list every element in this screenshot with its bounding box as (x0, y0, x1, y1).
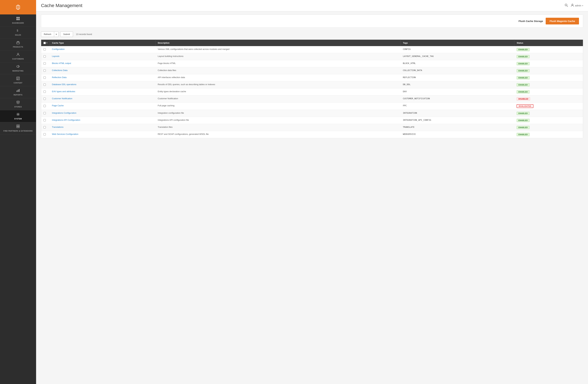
refresh-button[interactable]: Refresh (41, 32, 54, 37)
status-badge: ENABLED (517, 126, 530, 129)
row-checkbox-cell (41, 60, 50, 67)
cache-type-description: Integrations API configuration file (155, 117, 400, 124)
cache-type-name[interactable]: Web Services Configuration (50, 131, 156, 138)
cache-table: ▾ Cache Type Description Tags Status Con… (41, 40, 583, 138)
sidebar-item-dashboard[interactable]: DASHBOARD (0, 14, 36, 26)
search-icon[interactable] (565, 3, 568, 8)
svg-text:$: $ (17, 29, 18, 32)
cache-type-name[interactable]: Blocks HTML output (50, 60, 156, 67)
svg-rect-4 (18, 19, 20, 20)
select-all-checkbox[interactable] (43, 42, 46, 44)
flush-bar: Flush Cache Storage Flush Magento Cache (41, 15, 583, 28)
status-badge: ENABLED (517, 69, 530, 72)
table-row: Page CacheFull page cachingFPCINVALIDATE… (41, 102, 583, 110)
cache-type-name[interactable]: Configuration (50, 46, 156, 53)
refresh-dropdown-button[interactable]: ▾ (54, 32, 58, 37)
cache-type-status-cell: ENABLED (514, 60, 583, 67)
logo[interactable] (0, 0, 36, 14)
row-checkbox-cell (41, 102, 50, 110)
row-checkbox[interactable] (43, 133, 46, 136)
cache-type-status-cell: ENABLED (514, 88, 583, 96)
refresh-button-group: Refresh ▾ (41, 32, 59, 37)
cache-type-name[interactable]: Reflection Data (50, 74, 156, 81)
row-checkbox-cell (41, 110, 50, 117)
row-checkbox[interactable] (43, 55, 46, 58)
cache-type-description: Page blocks HTML (155, 60, 400, 67)
sidebar-item-label-products: PRODUCTS (13, 46, 23, 48)
svg-point-18 (18, 114, 19, 115)
cache-type-name[interactable]: Collections Data (50, 67, 156, 74)
sidebar-item-products[interactable]: PRODUCTS (0, 38, 36, 50)
content-icon (16, 77, 20, 81)
flush-magento-cache-button[interactable]: Flush Magento Cache (546, 18, 579, 24)
row-checkbox-cell (41, 67, 50, 74)
sidebar-item-marketing[interactable]: MARKETING (0, 62, 36, 74)
row-checkbox-cell (41, 46, 50, 53)
sidebar-item-stores[interactable]: STORES (0, 98, 36, 110)
select-all-chevron-icon[interactable]: ▾ (46, 42, 47, 44)
cache-type-tags: WEBSERVICE (401, 131, 514, 138)
dashboard-icon (16, 17, 20, 21)
sidebar: DASHBOARD $ SALES PRODUCTS (0, 0, 36, 384)
cache-type-name[interactable]: Database DDL operations (50, 81, 156, 88)
row-checkbox[interactable] (43, 112, 46, 114)
svg-rect-3 (16, 19, 18, 20)
row-checkbox-cell (41, 81, 50, 88)
table-row: Integrations ConfigurationIntegration co… (41, 110, 583, 117)
status-badge: ENABLED (517, 76, 530, 79)
svg-rect-19 (17, 125, 18, 126)
marketing-icon (16, 65, 20, 69)
svg-rect-11 (17, 78, 19, 78)
sidebar-item-sales[interactable]: $ SALES (0, 26, 36, 38)
cache-type-tags: COLLECTION_DATA (401, 67, 514, 74)
sidebar-item-content[interactable]: CONTENT (0, 74, 36, 86)
cache-type-name[interactable]: Layouts (50, 53, 156, 60)
sidebar-item-find-partners[interactable]: FIND PARTNERS & EXTENSIONS (0, 122, 36, 135)
sidebar-item-system[interactable]: SYSTEM (0, 110, 36, 122)
table-header-status: Status (514, 40, 583, 46)
stores-icon (16, 101, 20, 105)
flush-cache-storage-button[interactable]: Flush Cache Storage (519, 20, 543, 22)
cache-type-name[interactable]: Page Cache (50, 102, 156, 110)
svg-point-8 (17, 53, 19, 55)
table-row: Database DDL operationsResults of DDL qu… (41, 81, 583, 88)
row-checkbox[interactable] (43, 126, 46, 128)
cache-type-status-cell: ENABLED (514, 131, 583, 138)
submit-button[interactable]: Submit (60, 32, 73, 37)
status-badge: ENABLED (517, 48, 530, 51)
cache-type-status-cell: ENABLED (514, 117, 583, 124)
cache-type-description: Results of DDL queries, such as describi… (155, 81, 400, 88)
sidebar-item-label-dashboard: DASHBOARD (12, 22, 24, 24)
reports-icon (16, 89, 20, 93)
row-checkbox[interactable] (43, 83, 46, 86)
cache-type-name[interactable]: Customer Notification (50, 96, 156, 102)
sidebar-item-customers[interactable]: CUSTOMERS (0, 50, 36, 62)
cache-type-name[interactable]: Translations (50, 124, 156, 131)
status-badge: ENABLED (517, 119, 530, 122)
sidebar-item-label-content: CONTENT (14, 82, 22, 84)
customers-icon (16, 53, 20, 57)
cache-type-status-cell: DISABLED (514, 96, 583, 102)
cache-type-name[interactable]: Integrations API Configuration (50, 117, 156, 124)
row-checkbox[interactable] (43, 105, 46, 107)
cache-type-description: Collection data files (155, 67, 400, 74)
svg-point-25 (572, 4, 573, 5)
status-badge: ENABLED (517, 62, 530, 65)
row-checkbox[interactable] (43, 77, 46, 79)
row-checkbox[interactable] (43, 91, 46, 93)
table-row: TranslationsTranslation filesTRANSLATEEN… (41, 124, 583, 131)
cache-type-name[interactable]: EAV types and attributes (50, 88, 156, 96)
row-checkbox[interactable] (43, 62, 46, 65)
row-checkbox-cell (41, 131, 50, 138)
cache-type-description: Translation files (155, 124, 400, 131)
cache-type-name[interactable]: Integrations Configuration (50, 110, 156, 117)
sidebar-item-reports[interactable]: REPORTS (0, 86, 36, 98)
user-menu[interactable]: admin ▾ (571, 4, 583, 8)
status-badge: ENABLED (517, 55, 530, 58)
status-badge: INVALIDATED (517, 104, 533, 108)
row-checkbox[interactable] (43, 119, 46, 121)
row-checkbox[interactable] (43, 98, 46, 100)
row-checkbox[interactable] (43, 69, 46, 72)
row-checkbox[interactable] (43, 48, 46, 51)
cache-type-description: Customer Notification (155, 96, 400, 102)
